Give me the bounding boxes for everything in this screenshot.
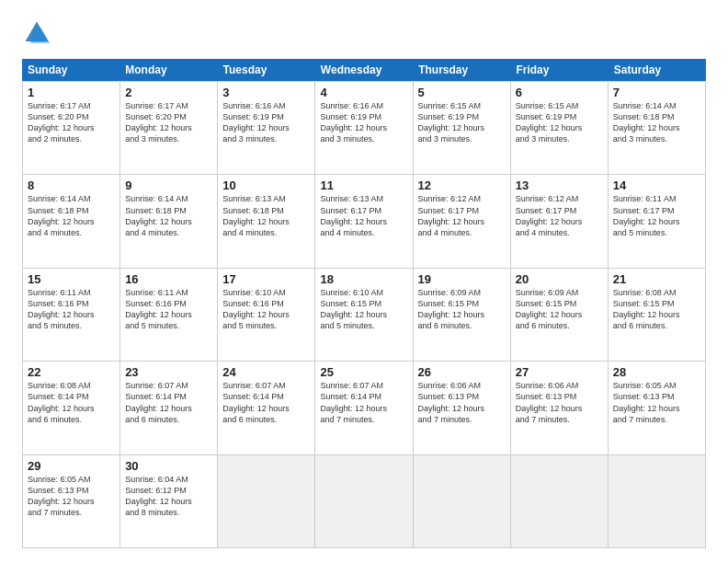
calendar-cell: 13Sunrise: 6:12 AM Sunset: 6:17 PM Dayli… xyxy=(511,175,609,267)
day-info: Sunrise: 6:15 AM Sunset: 6:19 PM Dayligh… xyxy=(418,100,506,145)
day-number: 2 xyxy=(125,86,212,99)
calendar-cell: 14Sunrise: 6:11 AM Sunset: 6:17 PM Dayli… xyxy=(609,175,706,267)
calendar-cell xyxy=(414,455,511,547)
day-number: 26 xyxy=(418,365,506,379)
day-number: 30 xyxy=(125,459,212,473)
calendar: SundayMondayTuesdayWednesdayThursdayFrid… xyxy=(22,59,706,548)
day-info: Sunrise: 6:14 AM Sunset: 6:18 PM Dayligh… xyxy=(125,193,212,238)
day-info: Sunrise: 6:15 AM Sunset: 6:19 PM Dayligh… xyxy=(516,100,603,145)
logo-icon xyxy=(22,18,51,48)
day-info: Sunrise: 6:07 AM Sunset: 6:14 PM Dayligh… xyxy=(320,380,407,425)
calendar-row-2: 8Sunrise: 6:14 AM Sunset: 6:18 PM Daylig… xyxy=(23,175,706,268)
day-number: 8 xyxy=(28,178,115,192)
logo xyxy=(22,18,55,48)
day-info: Sunrise: 6:17 AM Sunset: 6:20 PM Dayligh… xyxy=(125,100,212,145)
calendar-cell: 25Sunrise: 6:07 AM Sunset: 6:14 PM Dayli… xyxy=(315,362,413,454)
day-info: Sunrise: 6:04 AM Sunset: 6:12 PM Dayligh… xyxy=(125,474,212,519)
calendar-row-5: 29Sunrise: 6:05 AM Sunset: 6:13 PM Dayli… xyxy=(23,455,706,548)
day-number: 18 xyxy=(320,272,407,286)
calendar-cell: 20Sunrise: 6:09 AM Sunset: 6:15 PM Dayli… xyxy=(511,269,609,361)
day-info: Sunrise: 6:11 AM Sunset: 6:17 PM Dayligh… xyxy=(613,193,700,238)
day-number: 1 xyxy=(28,86,115,99)
calendar-cell: 19Sunrise: 6:09 AM Sunset: 6:15 PM Dayli… xyxy=(414,269,511,361)
day-number: 24 xyxy=(222,365,310,379)
day-number: 22 xyxy=(28,365,115,379)
day-info: Sunrise: 6:11 AM Sunset: 6:16 PM Dayligh… xyxy=(125,287,212,332)
header-day-friday: Friday xyxy=(510,59,608,81)
calendar-row-1: 1Sunrise: 6:17 AM Sunset: 6:20 PM Daylig… xyxy=(23,82,706,175)
page-header xyxy=(22,18,706,48)
day-number: 12 xyxy=(418,178,506,192)
day-number: 15 xyxy=(28,272,115,286)
header-day-wednesday: Wednesday xyxy=(315,59,413,81)
day-number: 20 xyxy=(516,272,603,286)
day-number: 7 xyxy=(613,86,700,99)
day-info: Sunrise: 6:12 AM Sunset: 6:17 PM Dayligh… xyxy=(418,193,506,238)
day-info: Sunrise: 6:08 AM Sunset: 6:15 PM Dayligh… xyxy=(613,287,700,332)
day-number: 25 xyxy=(320,365,407,379)
day-number: 17 xyxy=(222,272,310,286)
day-number: 21 xyxy=(613,272,700,286)
day-info: Sunrise: 6:17 AM Sunset: 6:20 PM Dayligh… xyxy=(28,100,115,145)
day-number: 9 xyxy=(125,178,212,192)
calendar-cell xyxy=(315,455,413,547)
day-number: 28 xyxy=(613,365,700,379)
day-number: 3 xyxy=(222,86,310,99)
header-day-monday: Monday xyxy=(119,59,217,81)
day-info: Sunrise: 6:08 AM Sunset: 6:14 PM Dayligh… xyxy=(28,380,115,425)
calendar-cell xyxy=(218,455,315,547)
calendar-body: 1Sunrise: 6:17 AM Sunset: 6:20 PM Daylig… xyxy=(22,81,706,548)
calendar-cell: 1Sunrise: 6:17 AM Sunset: 6:20 PM Daylig… xyxy=(23,82,120,174)
calendar-cell: 2Sunrise: 6:17 AM Sunset: 6:20 PM Daylig… xyxy=(120,82,218,174)
calendar-cell: 22Sunrise: 6:08 AM Sunset: 6:14 PM Dayli… xyxy=(23,362,120,454)
day-number: 19 xyxy=(418,272,506,286)
calendar-header: SundayMondayTuesdayWednesdayThursdayFrid… xyxy=(22,59,706,81)
day-info: Sunrise: 6:06 AM Sunset: 6:13 PM Dayligh… xyxy=(418,380,506,425)
header-day-sunday: Sunday xyxy=(22,59,119,81)
day-number: 29 xyxy=(28,459,115,473)
day-number: 23 xyxy=(125,365,212,379)
calendar-cell: 5Sunrise: 6:15 AM Sunset: 6:19 PM Daylig… xyxy=(414,82,511,174)
day-info: Sunrise: 6:14 AM Sunset: 6:18 PM Dayligh… xyxy=(28,193,115,238)
day-number: 11 xyxy=(320,178,407,192)
calendar-cell xyxy=(511,455,609,547)
day-info: Sunrise: 6:07 AM Sunset: 6:14 PM Dayligh… xyxy=(222,380,310,425)
day-info: Sunrise: 6:09 AM Sunset: 6:15 PM Dayligh… xyxy=(418,287,506,332)
day-info: Sunrise: 6:11 AM Sunset: 6:16 PM Dayligh… xyxy=(28,287,115,332)
calendar-cell xyxy=(609,455,706,547)
calendar-cell: 21Sunrise: 6:08 AM Sunset: 6:15 PM Dayli… xyxy=(609,269,706,361)
calendar-cell: 11Sunrise: 6:13 AM Sunset: 6:17 PM Dayli… xyxy=(315,175,413,267)
day-info: Sunrise: 6:06 AM Sunset: 6:13 PM Dayligh… xyxy=(516,380,603,425)
calendar-cell: 4Sunrise: 6:16 AM Sunset: 6:19 PM Daylig… xyxy=(315,82,413,174)
day-info: Sunrise: 6:14 AM Sunset: 6:18 PM Dayligh… xyxy=(613,100,700,145)
calendar-cell: 29Sunrise: 6:05 AM Sunset: 6:13 PM Dayli… xyxy=(23,455,120,547)
day-number: 4 xyxy=(320,86,407,99)
calendar-cell: 15Sunrise: 6:11 AM Sunset: 6:16 PM Dayli… xyxy=(23,269,120,361)
calendar-cell: 18Sunrise: 6:10 AM Sunset: 6:15 PM Dayli… xyxy=(315,269,413,361)
calendar-cell: 28Sunrise: 6:05 AM Sunset: 6:13 PM Dayli… xyxy=(609,362,706,454)
calendar-cell: 8Sunrise: 6:14 AM Sunset: 6:18 PM Daylig… xyxy=(23,175,120,267)
calendar-cell: 16Sunrise: 6:11 AM Sunset: 6:16 PM Dayli… xyxy=(120,269,218,361)
day-info: Sunrise: 6:13 AM Sunset: 6:17 PM Dayligh… xyxy=(320,193,407,238)
calendar-cell: 10Sunrise: 6:13 AM Sunset: 6:18 PM Dayli… xyxy=(218,175,315,267)
calendar-cell: 12Sunrise: 6:12 AM Sunset: 6:17 PM Dayli… xyxy=(414,175,511,267)
day-number: 14 xyxy=(613,178,700,192)
calendar-row-4: 22Sunrise: 6:08 AM Sunset: 6:14 PM Dayli… xyxy=(23,362,706,454)
day-info: Sunrise: 6:10 AM Sunset: 6:15 PM Dayligh… xyxy=(320,287,407,332)
calendar-cell: 7Sunrise: 6:14 AM Sunset: 6:18 PM Daylig… xyxy=(609,82,706,174)
calendar-cell: 30Sunrise: 6:04 AM Sunset: 6:12 PM Dayli… xyxy=(120,455,218,547)
calendar-cell: 3Sunrise: 6:16 AM Sunset: 6:19 PM Daylig… xyxy=(218,82,315,174)
calendar-cell: 26Sunrise: 6:06 AM Sunset: 6:13 PM Dayli… xyxy=(414,362,511,454)
day-info: Sunrise: 6:05 AM Sunset: 6:13 PM Dayligh… xyxy=(28,474,115,519)
calendar-cell: 17Sunrise: 6:10 AM Sunset: 6:16 PM Dayli… xyxy=(218,269,315,361)
header-day-thursday: Thursday xyxy=(413,59,510,81)
day-info: Sunrise: 6:12 AM Sunset: 6:17 PM Dayligh… xyxy=(516,193,603,238)
day-info: Sunrise: 6:16 AM Sunset: 6:19 PM Dayligh… xyxy=(320,100,407,145)
day-info: Sunrise: 6:09 AM Sunset: 6:15 PM Dayligh… xyxy=(516,287,603,332)
day-number: 6 xyxy=(516,86,603,99)
day-number: 27 xyxy=(516,365,603,379)
day-info: Sunrise: 6:16 AM Sunset: 6:19 PM Dayligh… xyxy=(222,100,310,145)
header-day-tuesday: Tuesday xyxy=(218,59,315,81)
day-info: Sunrise: 6:10 AM Sunset: 6:16 PM Dayligh… xyxy=(222,287,310,332)
day-info: Sunrise: 6:07 AM Sunset: 6:14 PM Dayligh… xyxy=(125,380,212,425)
